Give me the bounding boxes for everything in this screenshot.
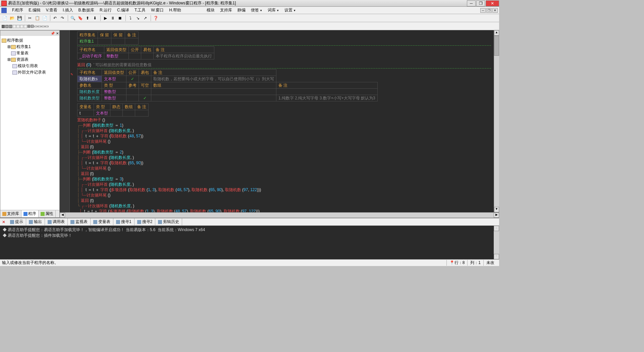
pin-icon[interactable]: 📌 <box>51 32 55 35</box>
mdi-close-button[interactable]: ✕ <box>492 8 498 13</box>
save-button[interactable]: 💾 <box>16 15 23 21</box>
tool-4[interactable]: ⬚ <box>12 24 16 29</box>
scroll-right-button[interactable]: ▶ <box>494 213 499 218</box>
tab-output[interactable]: 输出 <box>26 218 45 225</box>
left-tab-program[interactable]: 程序 <box>21 210 39 217</box>
marker-icon: ✎ <box>70 73 73 76</box>
menu-settings[interactable]: 设置▼ <box>282 7 299 14</box>
pause-button[interactable]: ⏸ <box>109 15 116 21</box>
undo-button[interactable]: ↶ <box>52 15 58 21</box>
left-tab-properties[interactable]: 属性 <box>39 210 56 217</box>
tool-10[interactable]: ▭ <box>34 24 38 29</box>
line-number-gutter <box>60 30 70 212</box>
menu-database[interactable]: B.数据库 <box>76 7 97 14</box>
output-line: ◆ 易语言助手提醒您：易语言助手加载完毕！，智能编译开启成功！ 当前易版本：5.… <box>3 227 496 233</box>
tool-7[interactable]: ⬚ <box>23 24 27 29</box>
menu-view[interactable]: V.查看 <box>43 7 60 14</box>
tool-5[interactable]: ⬚ <box>16 24 20 29</box>
next-bookmark-button[interactable]: ⬇ <box>92 15 98 21</box>
output-line: ◆ 易语言助手提醒您：插件加载完毕！ <box>3 233 496 238</box>
tree-item[interactable]: 模块引用表 <box>2 63 58 69</box>
menu-tools[interactable]: T.工具 <box>132 7 148 14</box>
step-into-button[interactable]: ↘ <box>135 15 141 21</box>
scroll-left-button[interactable]: ◀ <box>60 213 65 218</box>
tool-3[interactable]: ▥ <box>9 24 12 29</box>
prev-bookmark-button[interactable]: ⬆ <box>84 15 91 21</box>
tool-12[interactable]: ▭ <box>41 24 45 29</box>
help-button[interactable]: ❓ <box>152 15 159 21</box>
programset-table: 程序集名保 留保 留备 注 程序集1 <box>77 32 139 45</box>
menu-static[interactable]: 静编 <box>235 7 248 14</box>
stop-button[interactable]: ⏹ <box>117 15 123 21</box>
menu-help[interactable]: H.帮助 <box>166 7 184 14</box>
code-editor[interactable]: ✎ 程序集名保 留保 留备 注 程序集1 子程序名返回值类型公开易包备 注 _启… <box>60 30 499 212</box>
tab-hints[interactable]: 提示 <box>7 218 26 225</box>
menu-module[interactable]: 模块 <box>204 7 217 14</box>
tree-item[interactable]: 常量表 <box>2 50 58 56</box>
tree-root[interactable]: 程序数据 <box>2 37 58 44</box>
menu-support[interactable]: 支持库 <box>217 7 235 14</box>
editor-hscrollbar[interactable]: ◀ ▶ <box>60 212 499 218</box>
menu-compile[interactable]: C.编译 <box>114 7 132 14</box>
tab-search1[interactable]: 搜寻1 <box>113 218 135 225</box>
tree-item[interactable]: 外部文件记录表 <box>2 69 58 76</box>
minimize-button[interactable]: ─ <box>467 0 476 6</box>
tool-8[interactable]: ⊞ <box>27 24 31 29</box>
close-panel-button[interactable]: ✕ <box>56 32 59 35</box>
status-col: 列：1 <box>467 260 483 266</box>
menu-run[interactable]: R.运行 <box>97 7 114 14</box>
step-over-button[interactable]: ⤵ <box>127 15 134 21</box>
find-button[interactable]: 🔍 <box>69 15 76 21</box>
output-panel[interactable]: ◆ 易语言助手提醒您：易语言助手加载完毕！，智能编译开启成功！ 当前易版本：5.… <box>0 226 499 259</box>
status-modified: 未改 <box>483 260 497 266</box>
copy-button[interactable]: 📋 <box>34 15 41 21</box>
editor-vscrollbar[interactable]: ▲ ▼ <box>494 30 499 212</box>
tool-1[interactable]: ▦ <box>1 24 5 29</box>
app-menu-icon[interactable] <box>1 8 7 13</box>
menubar: F.程序 E.编辑 V.查看 I.插入 B.数据库 R.运行 C.编译 T.工具… <box>0 7 499 14</box>
tool-11[interactable]: ▭ <box>38 24 41 29</box>
menu-dict[interactable]: 词库▼ <box>265 7 282 14</box>
paste-button[interactable]: 📄 <box>41 15 48 21</box>
bookmark-button[interactable]: 🔖 <box>77 15 84 21</box>
new-button[interactable]: 📄 <box>1 15 8 21</box>
project-tree[interactable]: 程序数据 ⊞程序集1 常量表 ⊞资源表 模块引用表 外部文件记录表 <box>0 36 59 210</box>
subroutine-table-1: 子程序名返回值类型公开易包备 注 _启动子程序整数型本子程序在程序启动后最先执行 <box>77 46 214 59</box>
tool-2[interactable]: ▤ <box>5 24 9 29</box>
statusbar: 输入或修改当前子程序的名称。 📍行：8 列：1 未改 <box>0 259 499 266</box>
scroll-thumb[interactable] <box>494 36 499 56</box>
tab-calltable[interactable]: 调用表 <box>45 218 68 225</box>
window-title: 易语言(加密狗版) - G:\拷贝\替换\2----初级教程源码----\易语言… <box>8 0 466 6</box>
redo-button[interactable]: ↷ <box>59 15 66 21</box>
tree-item[interactable]: ⊞程序集1 <box>2 44 58 50</box>
left-tab-support[interactable]: 支持库 <box>0 210 21 217</box>
tree-item[interactable]: ⊞资源表 <box>2 56 58 63</box>
menu-insert[interactable]: I.插入 <box>60 7 76 14</box>
close-button[interactable]: ✕ <box>486 0 499 6</box>
close-output-button[interactable]: ✕ <box>0 220 7 224</box>
tab-search2[interactable]: 搜寻2 <box>135 218 156 225</box>
tool-13[interactable]: ▭ <box>45 24 49 29</box>
open-button[interactable]: 📂 <box>9 15 15 21</box>
menu-window[interactable]: W.窗口 <box>148 7 166 14</box>
mdi-restore-button[interactable]: ❐ <box>486 8 492 13</box>
tab-cliphistory[interactable]: 剪辑历史 <box>155 218 182 225</box>
toolbar-secondary: ▦ ▤ ▥ ⬚ ⬚ ⬚ ⬚ ⊞ ⊟ ▭ ▭ ▭ ▭ <box>0 22 499 30</box>
menu-file[interactable]: F.程序 <box>9 7 26 14</box>
mdi-minimize-button[interactable]: ─ <box>480 8 486 13</box>
output-vscrollbar[interactable]: ▲ ▼ <box>494 226 499 259</box>
tab-watch[interactable]: 监视表 <box>68 218 91 225</box>
run-button[interactable]: ▶ <box>102 15 109 21</box>
cut-button[interactable]: ✂ <box>26 15 33 21</box>
maximize-button[interactable]: ❐ <box>476 0 485 6</box>
menu-notes[interactable]: 便签▼ <box>248 7 265 14</box>
scroll-up-button[interactable]: ▲ <box>494 30 499 36</box>
tool-9[interactable]: ⊟ <box>31 24 34 29</box>
step-out-button[interactable]: ↗ <box>142 15 149 21</box>
tab-vars[interactable]: 变量表 <box>91 218 113 225</box>
status-row: 📍行：8 <box>446 260 468 266</box>
tool-6[interactable]: ⬚ <box>20 24 23 29</box>
subroutine-table-2[interactable]: 子程序名返回值类型公开易包备 注 取随机数s文本型✓取随机数，若想要纯小或大的字… <box>77 69 378 101</box>
menu-edit[interactable]: E.编辑 <box>26 7 43 14</box>
scroll-down-button[interactable]: ▼ <box>494 207 499 212</box>
